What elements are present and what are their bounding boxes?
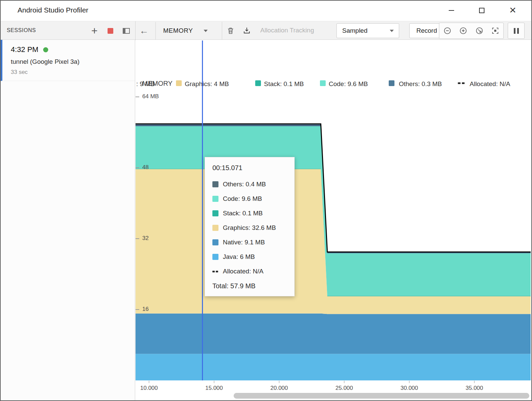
horizontal-scrollbar-thumb[interactable] xyxy=(234,393,529,399)
tooltip-label-others: Others: 0.4 MB xyxy=(223,181,266,188)
x-tick-label: 30.000 xyxy=(401,385,418,392)
allocation-tracking-label: Allocation Tracking xyxy=(260,27,314,34)
x-tick-mark xyxy=(409,381,410,383)
memory-legend: : 9 MB MEMORY Graphics: 4 MBStack: 0.1 M… xyxy=(136,79,531,89)
time-axis: 10.00015.00020.00025.00030.00035.000 xyxy=(136,381,531,393)
legend-label-stack: Stack: 0.1 MB xyxy=(264,80,304,88)
divider xyxy=(155,22,156,39)
minimize-button[interactable] xyxy=(443,1,460,20)
chevron-down-icon xyxy=(390,30,394,32)
tooltip-total: Total: 57.9 MB xyxy=(212,282,287,290)
tooltip-row-graphics: Graphics: 32.6 MB xyxy=(212,224,287,232)
stop-session-button[interactable] xyxy=(104,24,117,37)
tooltip-time: 00:15.071 xyxy=(212,164,287,172)
session-device: tunnel (Google Pixel 3a) xyxy=(11,58,135,65)
y-tick-mark xyxy=(136,309,139,310)
tooltip-swatch-java xyxy=(212,254,218,260)
x-tick-label: 10.000 xyxy=(140,385,158,392)
sampling-mode-value: Sampled xyxy=(342,27,367,34)
tooltip-swatch-graphics xyxy=(212,225,218,231)
profiler-window: Android Studio Profiler × SESSIONS + ← M… xyxy=(0,0,532,401)
stop-icon xyxy=(108,28,113,34)
tooltip-swatch-code xyxy=(212,196,218,202)
tooltip-row-code: Code: 9.6 MB xyxy=(212,195,287,203)
download-into-tray-icon xyxy=(242,26,251,35)
tooltip-swatch-stack xyxy=(212,210,218,216)
legend-label-others: Others: 0.3 MB xyxy=(399,80,442,88)
tooltip-dashed-swatch xyxy=(212,271,218,272)
zoom-out-button[interactable] xyxy=(440,23,455,38)
chevron-down-icon xyxy=(204,30,208,32)
x-tick-label: 15.000 xyxy=(205,385,223,392)
tooltip-label-java: Java: 6 MB xyxy=(223,253,255,261)
sessions-header: SESSIONS xyxy=(7,27,36,33)
legend-label-code: Code: 9.6 MB xyxy=(329,80,368,88)
memory-stacked-area-chart[interactable] xyxy=(136,40,531,381)
y-tick-mark xyxy=(136,238,139,239)
session-duration: 33 sec xyxy=(11,69,135,76)
frame-selection-icon xyxy=(491,27,499,35)
legend-swatch-stack xyxy=(255,80,261,86)
trash-icon xyxy=(226,26,235,35)
tooltip-label-stack: Stack: 0.1 MB xyxy=(223,210,263,217)
reset-zoom-icon xyxy=(475,27,483,35)
tooltip-label-allocated: Allocated: N/A xyxy=(223,268,263,275)
memory-area-native xyxy=(136,314,531,354)
legend-dashed-swatch-allocated xyxy=(458,82,465,84)
session-live-dot xyxy=(43,47,48,52)
tooltip-label-native: Native: 9.1 MB xyxy=(223,239,265,246)
add-session-button[interactable]: + xyxy=(88,24,101,37)
memory-area-java xyxy=(136,354,531,380)
collapse-panel-button[interactable] xyxy=(119,24,133,37)
legend-swatch-code xyxy=(320,80,326,86)
tooltip-label-code: Code: 9.6 MB xyxy=(223,195,262,203)
y-tick-mark xyxy=(136,167,139,168)
zoom-controls xyxy=(439,23,504,39)
session-item[interactable]: 4:32 PM tunnel (Google Pixel 3a) 33 sec xyxy=(1,40,135,81)
legend-swatch-others xyxy=(389,80,394,86)
zoom-in-button[interactable] xyxy=(456,23,471,38)
session-time: 4:32 PM xyxy=(11,45,38,54)
pause-live-button[interactable] xyxy=(508,23,525,39)
tooltip-swatch-others xyxy=(212,181,218,187)
x-tick-mark xyxy=(279,381,279,383)
y-tick-label: 16 xyxy=(142,306,149,313)
heap-dump-button[interactable] xyxy=(240,24,253,37)
x-tick-label: 25.000 xyxy=(335,385,353,392)
divider xyxy=(222,22,222,39)
y-tick-label: 64 MB xyxy=(142,93,159,100)
y-tick-label: 48 xyxy=(142,164,149,171)
x-tick-mark xyxy=(149,381,149,383)
maximize-button[interactable] xyxy=(473,1,491,20)
legend-label-allocated: Allocated: N/A xyxy=(470,80,510,88)
pause-icon xyxy=(514,28,519,34)
tooltip-row-others: Others: 0.4 MB xyxy=(212,181,287,188)
reset-zoom-button[interactable] xyxy=(472,23,487,38)
sampling-mode-dropdown[interactable]: Sampled xyxy=(336,23,399,38)
tooltip-row-java: Java: 6 MB xyxy=(212,253,287,261)
y-tick-label: 32 xyxy=(142,235,149,242)
panel-toggle-icon xyxy=(123,28,130,34)
x-tick-mark xyxy=(214,381,214,383)
close-button[interactable]: × xyxy=(504,1,522,20)
tooltip-swatch-native xyxy=(212,239,218,245)
tooltip-label-graphics: Graphics: 32.6 MB xyxy=(223,224,276,232)
window-title: Android Studio Profiler xyxy=(18,6,88,14)
y-tick-mark xyxy=(136,97,139,97)
memory-timeline[interactable]: : 9 MB MEMORY Graphics: 4 MBStack: 0.1 M… xyxy=(136,40,531,400)
back-button[interactable]: ← xyxy=(137,24,151,37)
stage-selector-dropdown[interactable]: MEMORY xyxy=(163,24,208,37)
zoom-out-icon xyxy=(443,27,451,35)
memory-section-label: MEMORY xyxy=(142,80,173,87)
close-icon: × xyxy=(509,4,516,16)
force-gc-button[interactable] xyxy=(224,24,237,37)
zoom-to-selection-button[interactable] xyxy=(488,23,503,38)
divider xyxy=(135,21,136,40)
tooltip-row-allocated: Allocated: N/A xyxy=(212,268,287,275)
tooltip-row-native: Native: 9.1 MB xyxy=(212,239,287,246)
titlebar: Android Studio Profiler × xyxy=(1,1,531,21)
timeline-cursor[interactable] xyxy=(202,41,203,380)
minimize-icon xyxy=(449,10,454,11)
x-tick-mark xyxy=(344,381,345,383)
zoom-in-icon xyxy=(459,27,467,35)
